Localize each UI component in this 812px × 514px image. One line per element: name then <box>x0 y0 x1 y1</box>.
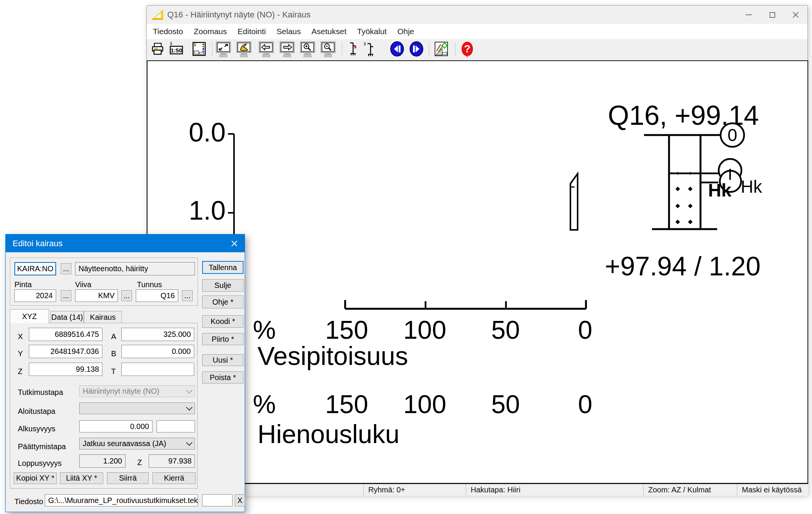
viiva-browse-button[interactable]: ... <box>121 290 132 301</box>
help-button[interactable]: ? <box>459 41 476 59</box>
scale-button[interactable]: x̄ 1:50 <box>168 41 185 59</box>
tallenna-button[interactable]: Tallenna <box>202 261 243 274</box>
tiedosto-extra-field[interactable] <box>202 494 232 506</box>
previous-zoom-icon <box>235 41 253 59</box>
dialog-title-bar[interactable]: Editoi kairaus <box>6 234 245 252</box>
close-icon <box>792 11 799 18</box>
fines-axis-150: 150 <box>325 390 368 418</box>
toolbar-separator <box>455 42 455 57</box>
close-icon <box>231 240 238 247</box>
soil-label-overlap: Hk <box>708 180 732 200</box>
fit-view-button[interactable] <box>215 41 232 59</box>
scale-label: 1:50 <box>171 47 182 53</box>
kierra-button[interactable]: Kierrä <box>152 472 196 484</box>
previous-zoom-button[interactable] <box>235 41 253 59</box>
z-label: Z <box>18 367 22 376</box>
water-axis-100: 100 <box>403 315 446 344</box>
tab-xyz[interactable]: XYZ <box>10 309 49 323</box>
draw-settings-icon <box>433 41 450 59</box>
tiedosto-path-field[interactable]: G:\...\Muurame_LP_routivuustutkimukset.t… <box>45 494 198 506</box>
a-field[interactable]: 325.000 <box>121 328 194 341</box>
zoom-in-button[interactable] <box>299 41 316 59</box>
tab-kairaus[interactable]: Kairaus <box>84 311 122 323</box>
x-label: X <box>18 332 23 341</box>
tunnus-field[interactable]: Q16 <box>136 289 178 302</box>
xbar-mark: x̄ <box>364 41 366 47</box>
toolbar-separator <box>342 42 342 57</box>
menu-selaus[interactable]: Selaus <box>271 24 306 39</box>
pan-left-button[interactable] <box>258 41 275 59</box>
zoom-out-button[interactable] <box>319 41 337 59</box>
survey-type-browse-button[interactable]: ... <box>61 263 71 274</box>
menu-asetukset[interactable]: Asetukset <box>306 24 352 39</box>
previous-object-button[interactable] <box>388 41 406 59</box>
pan-right-button[interactable] <box>278 41 296 59</box>
uusi-button[interactable]: Uusi * <box>202 354 243 366</box>
close-button[interactable] <box>784 6 807 24</box>
menu-zoomaus[interactable]: Zoomaus <box>188 24 232 39</box>
kopioi-xy-button[interactable]: Kopioi XY * <box>14 472 57 484</box>
ground-marker-label: 0 <box>727 125 737 145</box>
tiedosto-clear-button[interactable]: X <box>235 494 245 506</box>
loppusyvyys-label: Loppusyvyys <box>18 459 62 468</box>
menu-bar: Tiedosto Zoomaus Editointi Selaus Asetuk… <box>147 24 807 39</box>
poista-button[interactable]: Poista * <box>202 371 243 384</box>
tunnus-browse-button[interactable]: ... <box>182 290 193 301</box>
app-icon <box>151 9 163 20</box>
fines-axis-unit: % <box>253 390 276 418</box>
borehole-icon <box>344 41 362 59</box>
pinta-field[interactable]: 2024 <box>14 289 56 302</box>
borehole-tool-button[interactable] <box>344 41 360 59</box>
ohje-button[interactable]: Ohje * <box>202 296 243 308</box>
t-field[interactable] <box>121 363 194 376</box>
depth-label-1: 1.0 <box>189 196 226 225</box>
b-field[interactable]: 0.000 <box>121 345 194 358</box>
borehole-select-button[interactable]: x̄ <box>361 41 378 59</box>
print-button[interactable] <box>149 41 166 59</box>
pan-left-icon <box>258 41 275 59</box>
draw-settings-button[interactable] <box>433 41 450 59</box>
menu-ohje[interactable]: Ohje <box>392 24 419 39</box>
scale-icon: x̄ 1:50 <box>168 41 185 59</box>
next-object-button[interactable] <box>408 41 425 59</box>
tab-data[interactable]: Data (14) <box>50 311 84 323</box>
next-object-icon <box>408 41 425 59</box>
menu-tiedosto[interactable]: Tiedosto <box>148 24 188 39</box>
printer-icon <box>149 41 166 59</box>
sulje-button[interactable]: Sulje <box>202 279 243 292</box>
z-field[interactable]: 99.138 <box>29 363 102 376</box>
page-setup-button[interactable]: x̄ <box>190 41 208 59</box>
chevron-down-icon <box>186 387 193 393</box>
siirra-button[interactable]: Siirrä <box>107 472 149 484</box>
pinta-browse-button[interactable]: ... <box>61 290 71 301</box>
borehole-drawing: 0.0 1.0 Q16, +99.14 <box>148 61 807 483</box>
paattymistapa-combo[interactable]: Jatkuu seuraavassa (JA) <box>79 438 195 450</box>
tunnus-label: Tunnus <box>137 280 162 289</box>
fines-axis-100: 100 <box>403 390 446 418</box>
menu-editointi[interactable]: Editointi <box>232 24 271 39</box>
drawing-canvas[interactable]: 0.0 1.0 Q16, +99.14 <box>147 60 808 483</box>
x-field[interactable]: 6889516.475 <box>29 328 102 341</box>
dialog-close-button[interactable] <box>226 234 243 252</box>
piirto-button[interactable]: Piirto * <box>202 333 243 345</box>
tiedosto-label: Tiedosto <box>14 497 43 506</box>
alkusyvyys-extra-field[interactable] <box>157 420 195 432</box>
koodi-button[interactable]: Koodi * <box>202 315 243 328</box>
viiva-field[interactable]: KMV <box>75 289 118 302</box>
menu-tyokalut[interactable]: Työkalut <box>352 24 392 39</box>
paattymistapa-value: Jatkuu seuraavassa (JA) <box>83 439 166 448</box>
title-bar[interactable]: Q16 - Häiriintynyt näyte (NO) - Kairaus <box>147 6 807 24</box>
liita-xy-button[interactable]: Liitä XY * <box>60 472 103 484</box>
y-field[interactable]: 26481947.036 <box>29 345 102 358</box>
minimize-button[interactable] <box>737 6 760 24</box>
toolbar-separator <box>212 42 212 57</box>
a-label: A <box>111 332 116 341</box>
toolbar: x̄ 1:50 x̄ <box>147 39 807 60</box>
page-setup-icon: x̄ <box>190 41 208 59</box>
aloitustapa-combo[interactable] <box>79 402 195 414</box>
maximize-button[interactable] <box>760 6 784 24</box>
question-mark: ? <box>464 43 470 55</box>
alkusyvyys-field[interactable]: 0.000 <box>79 420 152 432</box>
borehole-select-icon: x̄ <box>361 41 378 59</box>
survey-type-code-field[interactable]: KAIRA:NO <box>14 262 56 275</box>
